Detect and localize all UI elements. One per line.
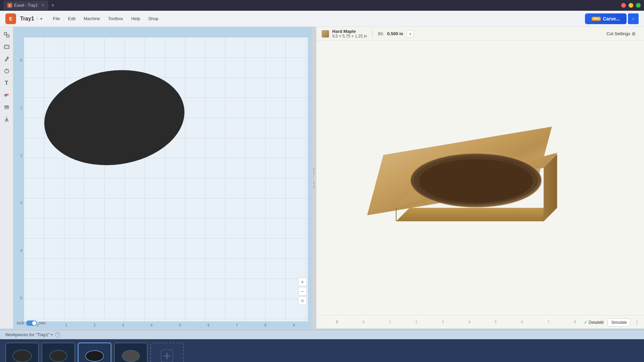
carve-more-button[interactable]: › <box>628 13 639 24</box>
apps-tool-button[interactable] <box>1 90 12 101</box>
axis-tick: 8 <box>574 320 576 324</box>
workpiece-thumb-4[interactable] <box>114 343 148 362</box>
zoom-reset-button[interactable]: ⊙ <box>298 296 307 305</box>
svg-point-7 <box>4 94 7 97</box>
material-info: Hard Maple 9.5 × 5.75 × 1.25 in <box>332 29 367 39</box>
menu-help[interactable]: Help <box>127 14 144 23</box>
separator <box>372 30 373 38</box>
svg-point-8 <box>7 94 9 96</box>
menu-bar: E Tray1 ☆ ▾ File Edit Machine Toolbox He… <box>0 11 644 27</box>
menu-shop[interactable]: Shop <box>144 14 162 23</box>
divider-dot <box>313 174 314 175</box>
axis-tick: 2 <box>416 320 418 324</box>
menu-file[interactable]: File <box>49 14 64 23</box>
svg-point-24 <box>13 350 32 362</box>
inch-label: inch <box>17 321 24 325</box>
divider-dot <box>313 183 314 184</box>
tab-area: E Easel - Tray1 × + <box>3 1 58 10</box>
y-axis: 543210 <box>13 37 23 322</box>
divider-more-icon: ⋮ <box>312 176 316 180</box>
workpiece-thumb-2[interactable] <box>42 343 75 362</box>
svg-rect-0 <box>4 33 7 35</box>
workpieces-expand-icon[interactable]: ▾ <box>51 333 53 337</box>
menu-toolbox[interactable]: Toolbox <box>104 14 127 23</box>
tray-3d-render <box>316 44 644 312</box>
svg-point-4 <box>7 57 8 58</box>
canvas-grid[interactable] <box>23 37 308 322</box>
menu-machine[interactable]: Machine <box>79 14 104 23</box>
carve-button[interactable]: PRO Carve... <box>585 13 627 24</box>
workpieces-header: Workpieces for "Tray1" ▾ ? <box>0 330 644 339</box>
browser-tab[interactable]: E Easel - Tray1 × <box>3 1 48 10</box>
close-tab-button[interactable]: × <box>42 3 44 8</box>
axis-tick: 7 <box>548 320 550 324</box>
workpiece-thumb-3[interactable] <box>78 343 111 362</box>
svg-rect-11 <box>4 108 9 109</box>
text-tool-button[interactable]: T <box>1 78 12 88</box>
svg-marker-3 <box>4 44 9 47</box>
canvas-2d-area[interactable]: 543210 0123456789 + − ⊙ inch mm <box>13 27 312 328</box>
svg-point-30 <box>122 350 140 362</box>
main-area: T 543210 0123456789 + − ⊙ inch <box>0 27 644 328</box>
detailed-label: Detailed <box>589 320 603 325</box>
add-workpiece-button[interactable] <box>150 343 184 362</box>
unit-toggle[interactable]: inch mm <box>17 320 46 326</box>
workpiece-thumb-1[interactable] <box>5 343 39 362</box>
material-dimensions: 9.5 × 5.75 × 1.25 in <box>332 34 367 39</box>
toolbar-3d: Hard Maple 9.5 × 5.75 × 1.25 in Bit: 0.5… <box>316 27 644 41</box>
zoom-out-button[interactable]: − <box>298 287 307 296</box>
select-tool-button[interactable] <box>1 29 12 40</box>
circle-tool-button[interactable] <box>1 66 12 76</box>
detailed-checkbox-area[interactable]: ✓ Detailed <box>584 320 603 325</box>
title-bar: E Easel - Tray1 × + <box>0 0 644 11</box>
zoom-in-button[interactable]: + <box>298 278 307 286</box>
project-name: Tray1 <box>20 16 34 22</box>
more-options-icon[interactable]: ⋮ <box>635 320 639 325</box>
axis-tick: 4 <box>468 320 470 324</box>
pro-badge: PRO <box>592 17 601 21</box>
divider-dot <box>313 181 314 182</box>
import-tool-button[interactable] <box>1 114 12 125</box>
bit-value: 0.500 in <box>387 31 403 36</box>
unit-toggle-switch[interactable] <box>26 320 37 326</box>
checkmark-icon: ✓ <box>584 320 587 325</box>
window-controls <box>621 3 641 8</box>
add-bit-button[interactable]: + <box>407 30 414 38</box>
axis-tick: 1 <box>389 320 391 324</box>
axis-tick: 5 <box>495 320 497 324</box>
workpieces-panel <box>0 339 644 362</box>
gear-icon: ⚙ <box>632 31 636 37</box>
workpieces-help-button[interactable]: ? <box>55 332 60 338</box>
svg-rect-1 <box>7 35 9 37</box>
minimize-window-button[interactable] <box>629 3 633 8</box>
svg-point-28 <box>86 351 104 361</box>
view-3d-area[interactable]: Hard Maple 9.5 × 5.75 × 1.25 in Bit: 0.5… <box>316 27 644 328</box>
left-toolbar: T <box>0 27 13 328</box>
app-logo: E <box>5 13 16 24</box>
axis-tick: 0 <box>363 320 365 324</box>
menu-edit[interactable]: Edit <box>64 14 79 23</box>
cut-settings-label: Cut Settings <box>606 31 630 36</box>
bottom-controls: ✓ Detailed Simulate ⋮ <box>584 318 639 326</box>
grid-lines <box>24 37 308 321</box>
cut-settings-button[interactable]: Cut Settings ⚙ <box>604 30 639 38</box>
new-tab-button[interactable]: + <box>48 1 58 10</box>
tray-recess-floor <box>419 159 533 203</box>
axis-tick: 6 <box>521 320 523 324</box>
panel-divider[interactable]: ⋮ <box>312 27 316 328</box>
maximize-window-button[interactable] <box>636 3 641 8</box>
simulate-button[interactable]: Simulate <box>607 318 631 326</box>
divider-dot <box>313 170 314 171</box>
project-caret-icon[interactable]: ▾ <box>40 16 42 21</box>
star-icon[interactable]: ☆ <box>36 16 40 21</box>
close-window-button[interactable] <box>621 3 626 8</box>
svg-point-26 <box>50 350 67 362</box>
divider-dot <box>313 172 314 173</box>
svg-rect-9 <box>4 106 9 107</box>
pen-tool-button[interactable] <box>1 54 12 64</box>
tab-title: Easel - Tray1 <box>14 3 38 8</box>
shape-tool-button[interactable] <box>1 42 12 52</box>
tray-svg <box>363 107 597 248</box>
zoom-controls: + − ⊙ <box>298 278 307 305</box>
layers-tool-button[interactable] <box>1 102 12 113</box>
